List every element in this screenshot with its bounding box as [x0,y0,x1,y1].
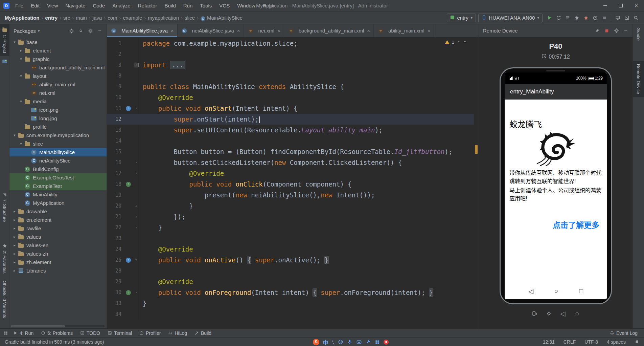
tree-item-myapplication[interactable]: CMyApplication [9,199,107,207]
tree-item-base[interactable]: ▾base [9,38,107,46]
code-line-19[interactable]: 19 present(new neiAbilitySlice(),new Int… [107,190,474,200]
code-line-12[interactable]: 12 super.onStart(intent); [107,114,474,125]
run-config-select[interactable]: entry ▾ [447,14,476,22]
code-line-33[interactable]: 33} [107,298,474,309]
code-area[interactable]: 1package com.example.myapplication.slice… [107,38,474,328]
tree-item-graphic[interactable]: ▾graphic [9,55,107,63]
remote-rotate-icon[interactable] [531,310,538,317]
debug-icon[interactable] [572,14,581,22]
menu-refactor[interactable]: Refactor [134,0,161,11]
tool-tab-ohosbuild-variants[interactable]: OhosBuild Variants [0,278,9,321]
tree-chevron-icon[interactable]: ▸ [12,268,18,273]
maximize-button[interactable] [613,0,628,11]
override-method-icon[interactable]: ↑ [126,258,131,263]
menu-edit[interactable]: Edit [27,0,43,11]
tree-item-drawable[interactable]: ▸drawable [9,207,107,216]
close-tab-icon[interactable]: × [171,28,174,34]
minimize-button[interactable] [597,0,613,11]
punctuation-icon[interactable]: ’, [332,340,334,345]
tree-chevron-icon[interactable]: ▸ [12,226,18,231]
pin-icon[interactable] [593,27,601,35]
tree-horizontal-scrollbar[interactable] [11,325,105,327]
close-tab-icon[interactable]: × [428,28,431,34]
select-opened-file-icon[interactable] [67,27,75,35]
fold-collapse-icon[interactable]: ▾ [133,168,140,179]
tree-chevron-icon[interactable]: ▾ [18,142,24,146]
fold-end-icon[interactable]: ▴ [133,200,140,211]
override-method-icon[interactable]: ↑ [126,106,131,111]
file-encoding[interactable]: UTF-8 [584,339,598,345]
toolwindow-4-run[interactable]: 4: Run [10,329,37,338]
code-line-29[interactable]: 29 @Override [107,276,474,287]
coverage-icon[interactable] [563,14,572,22]
tree-item-profile[interactable]: profile [9,123,107,131]
breadcrumb-item-java[interactable]: java [93,15,102,21]
remote-back-icon[interactable]: ◁ [559,310,567,317]
toolwindow-event-log[interactable]: Event Log [607,329,641,338]
breadcrumb-item-com[interactable]: com [108,15,117,21]
tree-item-values[interactable]: ▸values [9,233,107,241]
fold-end-icon[interactable]: ▴ [133,222,140,233]
code-line-20[interactable]: 20▴ } [107,200,474,211]
learn-more-link[interactable]: 点击了解更多 [553,219,599,230]
tree-chevron-icon[interactable]: ▸ [12,209,18,214]
hide-icon[interactable] [622,27,630,35]
editor-tab-mainabilityslice-java[interactable]: CMainAbilitySlice.java× [107,24,178,37]
tool-window-switcher-icon[interactable] [3,331,8,336]
mic-icon[interactable] [347,339,352,345]
tree-item-zh-element[interactable]: ▸zh.element [9,258,107,266]
menu-navigate[interactable]: Navigate [62,0,89,11]
tree-chevron-icon[interactable]: ▸ [12,252,18,256]
readonly-lock-icon[interactable] [635,339,639,345]
tool-tab-1-project[interactable]: 1: Project [0,24,9,56]
run-icon[interactable] [545,14,554,22]
code-line-34[interactable]: 34 [107,309,474,320]
tree-item-nei-xml[interactable]: </>nei.xml [9,89,107,97]
code-line-17[interactable]: 17▾ @Override [107,168,474,179]
phone-screen[interactable]: 100% 1:29 entry_MainAbility 蛟龙腾飞 [505,72,607,299]
stop-device-icon[interactable] [603,27,611,35]
toolwindow-6-problems[interactable]: 6: Problems [38,329,76,338]
breadcrumb-item-src[interactable]: src [63,15,70,21]
code-line-2[interactable]: 2 [107,49,474,60]
breadcrumb-item-myapplication[interactable]: myapplication [148,15,179,21]
menu-run[interactable]: Run [180,0,197,11]
tree-chevron-icon[interactable]: ▾ [12,40,18,44]
toolwindow-build[interactable]: Build [191,329,214,338]
fold-collapse-icon[interactable]: ▾ [133,255,140,265]
close-tab-icon[interactable]: × [277,28,280,34]
toolwindow-profiler[interactable]: Profiler [136,329,164,338]
breadcrumb-item-example[interactable]: example [123,15,142,21]
tree-chevron-icon[interactable]: ▾ [18,74,24,78]
menu-code[interactable]: Code [89,0,109,11]
device-manager-icon[interactable] [613,14,622,22]
menu-analyze[interactable]: Analyze [109,0,134,11]
menu-window[interactable]: Window [233,0,259,11]
toolwindow-terminal[interactable]: Terminal [105,329,135,338]
tool-tab-2-favorites[interactable]: 2: Favorites [0,240,9,277]
code-line-21[interactable]: 21▴ }); [107,211,474,222]
hdc-shell-icon[interactable] [622,14,631,22]
tree-item-long-jpg[interactable]: long.jpg [9,114,107,123]
code-line-30[interactable]: 30↑▾ public void onForeground(Intent int… [107,287,474,298]
phone-home-icon[interactable]: ○ [554,287,558,295]
tree-item-media[interactable]: ▾media [9,97,107,106]
close-tab-icon[interactable]: × [237,28,240,34]
editor-tab-neiabilityslice-java[interactable]: CneiAbilitySlice.java× [178,24,244,37]
phone-back-icon[interactable]: ◁ [528,287,533,295]
hide-icon[interactable] [96,27,104,35]
fold-end-icon[interactable]: ▴ [133,211,140,222]
tree-chevron-icon[interactable]: ▾ [18,99,24,104]
editor-tab-background-ability-main-xml[interactable]: </>background_ability_main.xml× [284,24,374,37]
project-tree[interactable]: ▾base▸element▾graphic</>background_abili… [9,37,107,328]
tool-tab-remote-device[interactable]: Remote Device [633,61,644,97]
tree-item-mainability[interactable]: CMainAbility [9,190,107,199]
code-line-28[interactable]: 28 [107,265,474,276]
tree-item-ability-main-xml[interactable]: </>ability_main.xml [9,80,107,89]
fold-collapse-icon[interactable]: ▾ [133,287,140,298]
ohos-debug-icon[interactable] [581,14,591,22]
resource-manager-icon[interactable] [0,56,9,67]
emoji-icon[interactable] [338,339,343,345]
code-line-14[interactable]: 14 [107,135,474,146]
phone-recent-icon[interactable]: □ [579,287,583,295]
